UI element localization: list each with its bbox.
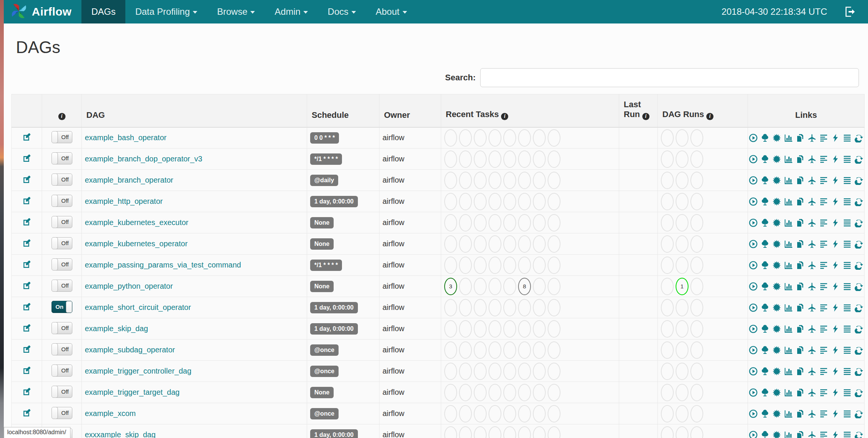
- graph-view-icon[interactable]: [772, 133, 781, 142]
- trigger-dag-icon[interactable]: [749, 239, 758, 249]
- refresh-icon[interactable]: [854, 282, 863, 291]
- nav-item-browse[interactable]: Browse: [207, 0, 265, 23]
- edit-dag-icon[interactable]: [22, 345, 31, 354]
- code-view-icon[interactable]: [831, 133, 840, 142]
- task-tries-icon[interactable]: [796, 324, 805, 333]
- code-view-icon[interactable]: [831, 430, 840, 438]
- gantt-icon[interactable]: [819, 155, 828, 164]
- gantt-icon[interactable]: [819, 282, 828, 291]
- pause-toggle[interactable]: Off: [52, 174, 72, 186]
- pause-toggle[interactable]: On: [52, 301, 72, 313]
- landing-times-icon[interactable]: [807, 133, 816, 142]
- graph-view-icon[interactable]: [772, 409, 781, 418]
- pause-toggle[interactable]: Off: [52, 386, 72, 398]
- edit-dag-icon[interactable]: [22, 281, 31, 290]
- landing-times-icon[interactable]: [807, 324, 816, 333]
- trigger-dag-icon[interactable]: [749, 430, 758, 438]
- logs-icon[interactable]: [843, 409, 852, 418]
- landing-times-icon[interactable]: [807, 176, 816, 185]
- dag-name-link[interactable]: example_skip_dag: [85, 324, 148, 333]
- task-tries-icon[interactable]: [796, 155, 805, 164]
- landing-times-icon[interactable]: [807, 388, 816, 397]
- task-duration-icon[interactable]: [784, 388, 793, 397]
- task-tries-icon[interactable]: [796, 133, 805, 142]
- gantt-icon[interactable]: [819, 367, 828, 376]
- task-duration-icon[interactable]: [784, 239, 793, 249]
- navbar-brand[interactable]: Airflow: [4, 0, 81, 23]
- dag-name-link[interactable]: example_trigger_controller_dag: [85, 367, 191, 375]
- logs-icon[interactable]: [843, 346, 852, 355]
- tree-view-icon[interactable]: [760, 261, 770, 270]
- refresh-icon[interactable]: [854, 197, 863, 206]
- task-tries-icon[interactable]: [796, 367, 805, 376]
- pause-toggle[interactable]: Off: [52, 216, 72, 228]
- landing-times-icon[interactable]: [807, 367, 816, 376]
- dag-name-link[interactable]: example_kubernetes_operator: [85, 239, 187, 248]
- tree-view-icon[interactable]: [760, 239, 770, 249]
- graph-view-icon[interactable]: [772, 388, 781, 397]
- gantt-icon[interactable]: [819, 388, 828, 397]
- tree-view-icon[interactable]: [760, 197, 770, 206]
- code-view-icon[interactable]: [831, 367, 840, 376]
- graph-view-icon[interactable]: [772, 324, 781, 333]
- tree-view-icon[interactable]: [760, 176, 770, 185]
- pause-toggle[interactable]: Off: [52, 343, 72, 355]
- task-duration-icon[interactable]: [784, 282, 793, 291]
- logs-icon[interactable]: [843, 282, 852, 291]
- dag-name-link[interactable]: example_http_operator: [85, 197, 163, 205]
- task-duration-icon[interactable]: [784, 324, 793, 333]
- pause-toggle[interactable]: Off: [52, 195, 72, 207]
- landing-times-icon[interactable]: [807, 409, 816, 418]
- pause-toggle[interactable]: Off: [52, 258, 72, 271]
- edit-dag-icon[interactable]: [22, 239, 31, 248]
- code-view-icon[interactable]: [831, 218, 840, 227]
- tree-view-icon[interactable]: [760, 346, 770, 355]
- code-view-icon[interactable]: [831, 388, 840, 397]
- trigger-dag-icon[interactable]: [749, 218, 758, 227]
- tree-view-icon[interactable]: [760, 430, 770, 438]
- trigger-dag-icon[interactable]: [749, 346, 758, 355]
- landing-times-icon[interactable]: [807, 303, 816, 312]
- tree-view-icon[interactable]: [760, 409, 770, 418]
- task-tries-icon[interactable]: [796, 282, 805, 291]
- landing-times-icon[interactable]: [807, 155, 816, 164]
- task-duration-icon[interactable]: [784, 261, 793, 270]
- gantt-icon[interactable]: [819, 346, 828, 355]
- tree-view-icon[interactable]: [760, 133, 770, 142]
- landing-times-icon[interactable]: [807, 261, 816, 270]
- refresh-icon[interactable]: [854, 239, 863, 249]
- code-view-icon[interactable]: [831, 239, 840, 249]
- graph-view-icon[interactable]: [772, 282, 781, 291]
- code-view-icon[interactable]: [831, 324, 840, 333]
- landing-times-icon[interactable]: [807, 282, 816, 291]
- refresh-icon[interactable]: [854, 367, 863, 376]
- edit-dag-icon[interactable]: [22, 133, 31, 142]
- graph-view-icon[interactable]: [772, 367, 781, 376]
- gantt-icon[interactable]: [819, 430, 828, 438]
- task-duration-icon[interactable]: [784, 176, 793, 185]
- state-count-circle-queued[interactable]: 8: [518, 278, 531, 295]
- trigger-dag-icon[interactable]: [749, 324, 758, 333]
- logs-icon[interactable]: [843, 176, 852, 185]
- trigger-dag-icon[interactable]: [749, 282, 758, 291]
- dag-name-link[interactable]: example_branch_dop_operator_v3: [85, 155, 202, 163]
- search-input[interactable]: [480, 68, 859, 87]
- pause-toggle[interactable]: Off: [52, 237, 72, 249]
- trigger-dag-icon[interactable]: [749, 303, 758, 312]
- task-duration-icon[interactable]: [784, 155, 793, 164]
- edit-dag-icon[interactable]: [22, 366, 31, 375]
- task-tries-icon[interactable]: [796, 346, 805, 355]
- code-view-icon[interactable]: [831, 303, 840, 312]
- gantt-icon[interactable]: [819, 261, 828, 270]
- pause-toggle[interactable]: Off: [52, 322, 72, 334]
- pause-toggle[interactable]: Off: [52, 152, 72, 164]
- tree-view-icon[interactable]: [760, 155, 770, 164]
- nav-item-dags[interactable]: DAGs: [81, 0, 125, 23]
- landing-times-icon[interactable]: [807, 218, 816, 227]
- dag-name-link[interactable]: example_python_operator: [85, 282, 173, 290]
- task-tries-icon[interactable]: [796, 176, 805, 185]
- gantt-icon[interactable]: [819, 197, 828, 206]
- task-tries-icon[interactable]: [796, 218, 805, 227]
- dag-name-link[interactable]: example_kubernetes_executor: [85, 218, 189, 227]
- logs-icon[interactable]: [843, 324, 852, 333]
